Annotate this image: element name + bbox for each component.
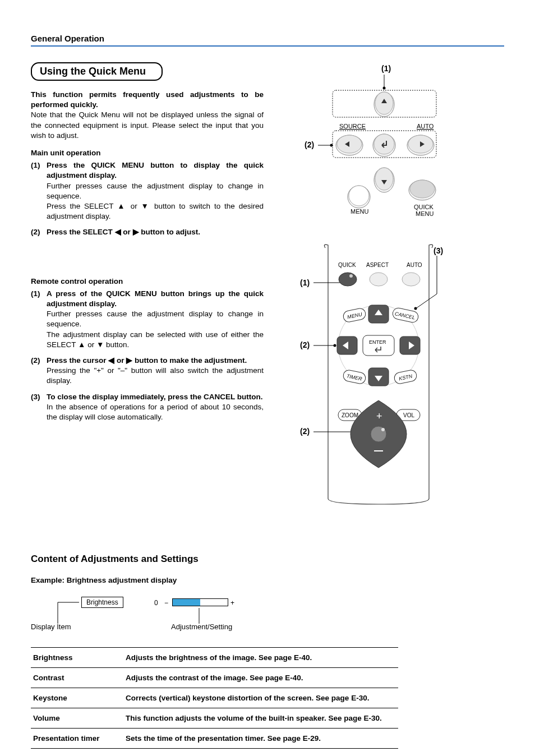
- step-item: (3) To close the display immediately, pr…: [31, 392, 264, 423]
- svg-point-1: [383, 87, 386, 90]
- slider: [172, 598, 228, 606]
- zero-label: 0: [154, 599, 158, 607]
- step-body: The adjustment display can be selected w…: [47, 330, 264, 349]
- svg-rect-53: [363, 335, 394, 356]
- step-head: A press of the QUICK MENU button brings …: [47, 289, 264, 308]
- remote-heading: Remote control operation: [31, 277, 264, 285]
- step-number: (3): [31, 392, 47, 423]
- remote-steps: (1) A press of the QUICK MENU button bri…: [31, 289, 264, 423]
- page-title: Using the Quick Menu: [31, 62, 163, 81]
- step-head: Press the SELECT ◀ or ▶ button to adjust…: [47, 228, 200, 236]
- table-row: Brightness Adjusts the brightness of the…: [31, 648, 398, 668]
- plus-label: +: [230, 599, 234, 607]
- brightness-box: Brightness: [81, 597, 123, 608]
- setting-desc: Adjusts the brightness of the image. See…: [123, 648, 398, 668]
- setting-name: Presentation timer: [31, 729, 123, 749]
- table-row: Keystone Corrects (vertical) keystone di…: [31, 688, 398, 708]
- step-item: (2) Press the SELECT ◀ or ▶ button to ad…: [31, 227, 264, 237]
- svg-point-15: [374, 134, 394, 154]
- callout-1: (1): [381, 64, 391, 73]
- content-title: Content of Adjustments and Settings: [31, 554, 504, 565]
- intro-lead: This function permits frequently used ad…: [31, 90, 264, 109]
- settings-table: Brightness Adjusts the brightness of the…: [31, 647, 398, 749]
- step-head: Press the cursor ◀ or ▶ button to make t…: [47, 356, 247, 365]
- setting-name: Brightness: [31, 648, 123, 668]
- display-item-label: Display Item: [31, 623, 71, 631]
- svg-text:AUTO: AUTO: [407, 262, 422, 268]
- setting-desc: This function adjusts the volume of the …: [123, 708, 398, 729]
- svg-point-23: [414, 307, 417, 310]
- main-unit-heading: Main unit operation: [31, 149, 264, 157]
- step-head: Press the QUICK MENU button to display t…: [47, 161, 264, 179]
- svg-point-29: [334, 344, 336, 347]
- callout-2: (2): [305, 140, 314, 149]
- svg-point-36: [339, 273, 357, 286]
- svg-text:ZOOM: ZOOM: [342, 412, 358, 418]
- svg-point-62: [381, 428, 385, 431]
- svg-point-19: [410, 180, 435, 198]
- setting-name: Keystone: [31, 688, 123, 708]
- main-unit-steps: (1) Press the QUICK MENU button to displ…: [31, 160, 264, 238]
- table-row: Presentation timer Sets the time of the …: [31, 729, 398, 749]
- step-head: To close the display immediately, press …: [47, 393, 263, 401]
- svg-text:+: +: [376, 411, 382, 422]
- step-number: (1): [31, 289, 47, 350]
- svg-line-22: [417, 294, 437, 308]
- svg-point-9: [375, 168, 393, 190]
- diagram-main-unit: (1) (2) SOURCE AUTO MENU QUICK MENU: [294, 62, 463, 227]
- adj-setting-label: Adjustment/Setting: [171, 623, 232, 631]
- svg-text:(1): (1): [300, 278, 310, 287]
- label-quick: QUICK: [414, 204, 434, 210]
- step-item: (1) A press of the QUICK MENU button bri…: [31, 289, 264, 350]
- intro-note: Note that the Quick Menu will not be dis…: [31, 110, 264, 139]
- svg-text:(2): (2): [300, 340, 310, 349]
- step-item: (2) Press the cursor ◀ or ▶ button to ma…: [31, 356, 264, 386]
- step-body: Pressing the "+" or "–" button will also…: [47, 366, 264, 385]
- svg-text:(3): (3): [433, 246, 443, 255]
- brightness-label: Brightness: [86, 598, 118, 606]
- setting-desc: Sets the time of the presentation timer.…: [123, 729, 398, 749]
- svg-text:QUICK: QUICK: [338, 262, 356, 268]
- label-menu: MENU: [350, 208, 368, 215]
- step-item: (1) Press the QUICK MENU button to displ…: [31, 160, 264, 222]
- step-body: Press the SELECT ▲ or ▼ button to switch…: [47, 202, 264, 220]
- setting-name: Contrast: [31, 668, 123, 688]
- step-number: (1): [31, 160, 47, 222]
- table-row: Contrast Adjusts the contrast of the ima…: [31, 668, 398, 688]
- svg-text:ASPECT: ASPECT: [366, 262, 389, 268]
- table-row: Volume This function adjusts the volume …: [31, 708, 398, 729]
- svg-text:ENTER: ENTER: [369, 339, 386, 345]
- step-body: Further presses cause the adjustment dis…: [47, 310, 264, 328]
- setting-name: Volume: [31, 708, 123, 729]
- step-number: (2): [31, 227, 47, 237]
- svg-point-38: [370, 273, 388, 286]
- svg-point-37: [349, 274, 353, 278]
- svg-point-17: [349, 186, 369, 206]
- example-label: Example: Brightness adjustment display: [31, 576, 504, 584]
- minus-label: −: [164, 599, 168, 607]
- label-auto: AUTO: [417, 123, 434, 130]
- svg-text:VOL: VOL: [403, 412, 414, 418]
- section-header: General Operation: [31, 34, 504, 47]
- svg-point-39: [402, 273, 420, 286]
- step-body: In the absence of operations for a perio…: [47, 403, 264, 421]
- label-source: SOURCE: [339, 123, 366, 130]
- step-number: (2): [31, 356, 47, 386]
- label-quickmenu: MENU: [416, 210, 433, 217]
- svg-text:(2): (2): [300, 427, 310, 436]
- step-body: Further presses cause the adjustment dis…: [47, 182, 264, 200]
- setting-desc: Adjusts the contrast of the image. See p…: [123, 668, 398, 688]
- setting-desc: Corrects (vertical) keystone distortion …: [123, 688, 398, 708]
- diagram-remote: (3) (1) (2) (2) QUICK ASPECT A: [294, 243, 463, 509]
